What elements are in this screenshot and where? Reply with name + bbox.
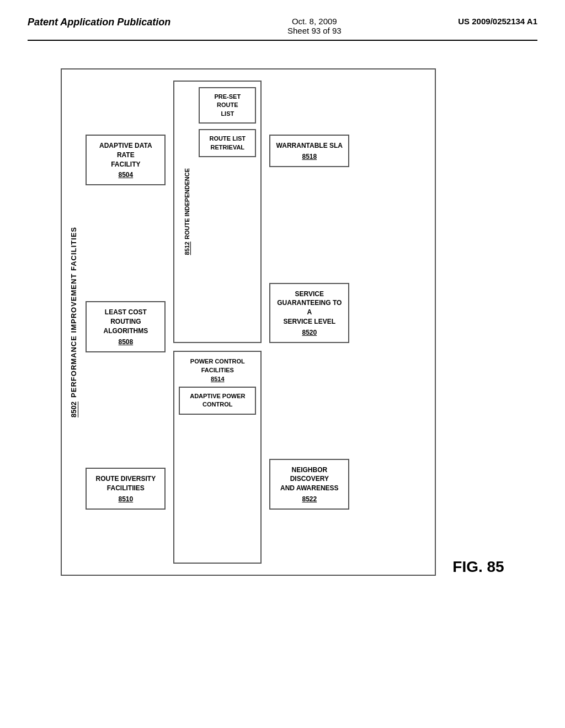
publication-title: Patent Application Publication: [28, 17, 170, 28]
route-independence-ref: 8512: [184, 242, 190, 255]
route-diversity-ref: 8510: [91, 495, 160, 503]
pre-set-route-label: PRE-SET ROUTELIST: [203, 93, 252, 118]
route-list-retrieval-box: ROUTE LISTRETRIEVAL: [199, 129, 256, 157]
main-content: PERFORMANCE IMPROVEMENT FACILITIES 8502 …: [28, 57, 537, 711]
adaptive-data-rate-box: ADAPTIVE DATA RATEFACILITY 8504: [86, 135, 166, 185]
outer-label: PERFORMANCE IMPROVEMENT FACILITIES: [70, 227, 78, 398]
patent-number: US 2009/0252134 A1: [458, 17, 537, 26]
adaptive-data-rate-label: ADAPTIVE DATA RATEFACILITY: [91, 141, 160, 169]
sheet-info: Sheet 93 of 93: [287, 26, 342, 35]
header: Patent Application Publication Oct. 8, 2…: [28, 17, 537, 41]
adaptive-power-control-box: ADAPTIVE POWERCONTROL: [179, 387, 256, 415]
outer-label-area: PERFORMANCE IMPROVEMENT FACILITIES 8502: [70, 81, 78, 564]
route-independence-group: ROUTE INDEPENDENCE 8512 PRE-SET ROUTELIS…: [173, 81, 262, 343]
power-control-ref: 8514: [179, 376, 256, 382]
route-independence-label: ROUTE INDEPENDENCE: [184, 168, 190, 239]
route-independence-inner: PRE-SET ROUTELIST ROUTE LISTRETRIEVAL: [199, 87, 256, 336]
least-cost-ref: 8508: [91, 338, 160, 346]
fig-label: FIG. 85: [452, 558, 504, 576]
header-center: Oct. 8, 2009 Sheet 93 of 93: [287, 17, 342, 35]
neighbor-discovery-ref: 8522: [275, 495, 344, 503]
outer-ref: 8502: [70, 402, 78, 417]
pub-date: Oct. 8, 2009: [292, 17, 337, 26]
col-2: ROUTE INDEPENDENCE 8512 PRE-SET ROUTELIS…: [173, 81, 262, 564]
route-independence-label-area: ROUTE INDEPENDENCE 8512: [179, 87, 195, 336]
power-control-label-area: POWER CONTROLFACILITIES 8514: [179, 357, 256, 382]
inner-columns: ADAPTIVE DATA RATEFACILITY 8504 LEAST CO…: [86, 81, 424, 564]
adaptive-power-label: ADAPTIVE POWERCONTROL: [183, 392, 252, 409]
least-cost-routing-box: LEAST COST ROUTINGALGORITHMS 8508: [86, 301, 166, 352]
route-diversity-box: ROUTE DIVERSITYFACILITIIES 8510: [86, 468, 166, 510]
service-guaranteeing-label: SERVICEGUARANTEEING TO ASERVICE LEVEL: [275, 290, 344, 326]
power-control-label: POWER CONTROLFACILITIES: [179, 357, 256, 374]
col-1: ADAPTIVE DATA RATEFACILITY 8504 LEAST CO…: [86, 81, 166, 564]
fig-label-area: FIG. 85: [452, 68, 504, 576]
least-cost-label: LEAST COST ROUTINGALGORITHMS: [91, 308, 160, 335]
pre-set-route-box: PRE-SET ROUTELIST: [199, 87, 256, 124]
outer-performance-box: PERFORMANCE IMPROVEMENT FACILITIES 8502 …: [61, 68, 436, 576]
warrantable-sla-label: WARRANTABLE SLA: [275, 141, 344, 151]
route-diversity-label: ROUTE DIVERSITYFACILITIIES: [91, 474, 160, 493]
warrantable-sla-ref: 8518: [275, 153, 344, 160]
route-list-retrieval-label: ROUTE LISTRETRIEVAL: [203, 135, 252, 152]
adaptive-data-rate-ref: 8504: [91, 171, 160, 179]
power-control-group: POWER CONTROLFACILITIES 8514 ADAPTIVE PO…: [173, 351, 262, 564]
service-guaranteeing-box: SERVICEGUARANTEEING TO ASERVICE LEVEL 85…: [269, 283, 349, 343]
neighbor-discovery-label: NEIGHBOR DISCOVERYAND AWARENESS: [275, 465, 344, 493]
page: Patent Application Publication Oct. 8, 2…: [0, 0, 565, 728]
service-guaranteeing-ref: 8520: [275, 329, 344, 336]
col-3: WARRANTABLE SLA 8518 SERVICEGUARANTEEING…: [269, 81, 349, 564]
warrantable-sla-box: WARRANTABLE SLA 8518: [269, 135, 349, 167]
neighbor-discovery-box: NEIGHBOR DISCOVERYAND AWARENESS 8522: [269, 459, 349, 510]
